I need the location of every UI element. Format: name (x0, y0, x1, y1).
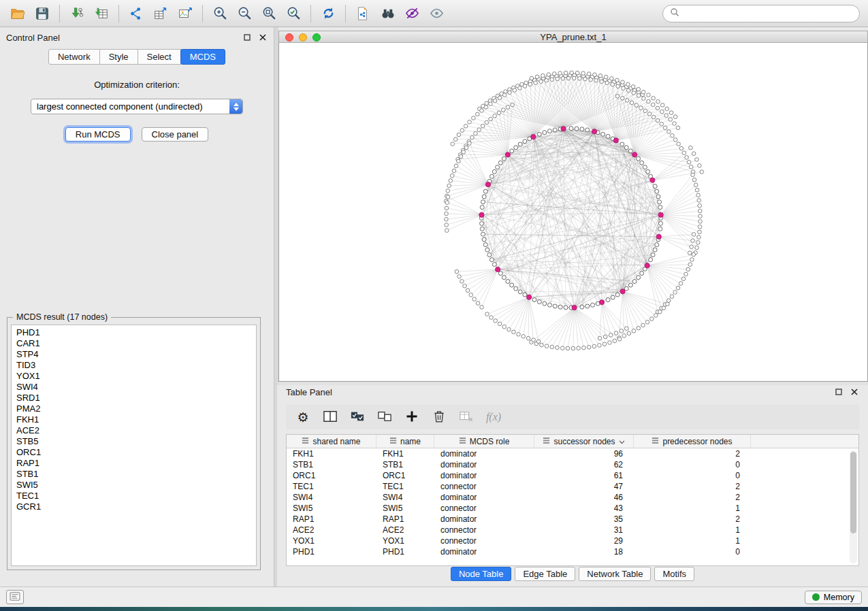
open-file-button[interactable] (5, 2, 30, 25)
tab-node-table[interactable]: Node Table (451, 567, 512, 581)
mcds-result-item[interactable]: YOX1 (16, 371, 251, 382)
cell-predecessor-nodes[interactable]: 1 (634, 503, 751, 514)
cell-mcds-role[interactable]: dominator (434, 459, 534, 470)
cell-name[interactable]: ACE2 (376, 525, 434, 535)
mcds-result-item[interactable]: TID3 (16, 360, 251, 371)
export-table-button[interactable] (148, 2, 173, 25)
table-row[interactable]: TEC1TEC1connector472 (287, 481, 858, 492)
cell-name[interactable]: RAP1 (376, 514, 434, 525)
network-canvas[interactable] (278, 43, 868, 382)
zoom-out-button[interactable] (232, 2, 257, 25)
tab-mcds[interactable]: MCDS (180, 49, 225, 65)
cell-successor-nodes[interactable]: 29 (534, 535, 634, 546)
network-window-titlebar[interactable]: YPA_prune.txt_1 (278, 31, 868, 43)
column-header-predecessor-nodes[interactable]: predecessor nodes (634, 435, 751, 448)
table-row[interactable]: FKH1FKH1dominator962 (287, 448, 858, 459)
window-close-icon[interactable] (285, 33, 293, 42)
create-column-button[interactable] (403, 408, 421, 426)
mcds-result-item[interactable]: FKH1 (16, 414, 251, 425)
close-panel-icon[interactable] (257, 33, 268, 43)
cell-shared-name[interactable]: SWI5 (287, 503, 376, 514)
cell-successor-nodes[interactable]: 31 (534, 525, 634, 535)
float-panel-icon[interactable] (242, 33, 252, 43)
cell-successor-nodes[interactable]: 18 (534, 546, 634, 557)
cell-successor-nodes[interactable]: 96 (534, 448, 634, 459)
cell-shared-name[interactable]: RAP1 (287, 514, 376, 525)
column-header-shared-name[interactable]: shared name (287, 435, 376, 448)
memory-button[interactable]: Memory (805, 591, 862, 604)
cell-mcds-role[interactable]: connector (434, 525, 534, 535)
cell-mcds-role[interactable]: connector (434, 503, 534, 514)
close-panel-button[interactable]: Close panel (142, 127, 209, 142)
mcds-result-item[interactable]: GCR1 (16, 501, 251, 512)
column-header-name[interactable]: name (376, 435, 434, 448)
cell-name[interactable]: ORC1 (376, 470, 434, 481)
window-minimize-icon[interactable] (299, 33, 307, 42)
table-scrollbar[interactable] (850, 450, 857, 563)
cell-predecessor-nodes[interactable]: 1 (634, 535, 751, 546)
cell-mcds-role[interactable]: connector (434, 535, 534, 546)
zoom-in-button[interactable] (208, 2, 232, 25)
table-settings-button[interactable]: ⚙ (294, 408, 312, 426)
cell-shared-name[interactable]: STB1 (287, 459, 376, 470)
window-maximize-icon[interactable] (312, 33, 321, 42)
search-input[interactable] (684, 8, 852, 18)
cell-predecessor-nodes[interactable]: 2 (634, 448, 751, 459)
mcds-result-item[interactable]: CAR1 (16, 338, 251, 349)
toggle-column-view-button[interactable] (321, 408, 339, 426)
cell-mcds-role[interactable]: dominator (434, 514, 534, 525)
mcds-result-item[interactable]: STP4 (16, 349, 251, 360)
export-image-button[interactable] (173, 2, 197, 25)
tab-network[interactable]: Network (48, 49, 100, 65)
cell-shared-name[interactable]: FKH1 (287, 448, 376, 459)
cell-successor-nodes[interactable]: 61 (534, 470, 634, 481)
import-network-button[interactable] (65, 2, 89, 25)
zoom-fit-button[interactable] (257, 2, 281, 25)
cell-name[interactable]: YOX1 (376, 535, 434, 546)
mcds-result-item[interactable]: TEC1 (16, 491, 251, 501)
table-row[interactable]: YOX1YOX1connector291 (287, 535, 858, 546)
cell-mcds-role[interactable]: dominator (434, 448, 534, 459)
search-box[interactable] (662, 5, 860, 22)
criterion-select[interactable]: largest connected component (undirected) (31, 99, 243, 114)
refresh-layout-button[interactable] (316, 2, 340, 25)
mcds-result-item[interactable]: ORC1 (16, 447, 251, 458)
table-scrollbar-thumb[interactable] (850, 452, 856, 533)
cell-successor-nodes[interactable]: 47 (534, 481, 634, 492)
float-table-panel-icon[interactable] (833, 387, 843, 397)
find-button[interactable] (375, 2, 400, 25)
cell-shared-name[interactable]: TEC1 (287, 481, 376, 492)
table-row[interactable]: PHD1PHD1dominator180 (287, 546, 858, 557)
mcds-result-item[interactable]: SRD1 (16, 393, 251, 403)
cell-shared-name[interactable]: YOX1 (287, 535, 376, 546)
mcds-result-item[interactable]: RAP1 (16, 458, 251, 469)
column-header-successor-nodes[interactable]: successor nodes (534, 435, 634, 448)
mcds-result-list[interactable]: PHD1CAR1STP4TID3YOX1SWI4SRD1PMA2FKH1ACE2… (11, 325, 257, 566)
cell-mcds-role[interactable]: dominator (434, 546, 534, 557)
tab-motifs[interactable]: Motifs (654, 567, 694, 581)
cell-shared-name[interactable]: ACE2 (287, 525, 376, 535)
tab-network-table[interactable]: Network Table (579, 567, 651, 581)
table-row[interactable]: ORC1ORC1dominator610 (287, 470, 858, 481)
tab-edge-table[interactable]: Edge Table (515, 567, 575, 581)
share-document-button[interactable] (351, 2, 375, 25)
table-row[interactable]: RAP1RAP1dominator352 (287, 514, 858, 525)
cell-successor-nodes[interactable]: 62 (534, 459, 634, 470)
cell-name[interactable]: SWI5 (376, 503, 434, 514)
mcds-result-item[interactable]: STB5 (16, 436, 251, 447)
cell-predecessor-nodes[interactable]: 0 (634, 470, 751, 481)
column-header-mcds-role[interactable]: MCDS role (434, 435, 534, 448)
mcds-result-item[interactable]: STB1 (16, 469, 251, 480)
cell-name[interactable]: STB1 (376, 459, 434, 470)
cell-predecessor-nodes[interactable]: 0 (634, 546, 751, 557)
mcds-result-item[interactable]: SWI4 (16, 382, 251, 393)
mcds-result-item[interactable]: PHD1 (16, 327, 251, 338)
export-network-button[interactable] (124, 2, 148, 25)
cell-predecessor-nodes[interactable]: 2 (634, 514, 751, 525)
table-row[interactable]: ACE2ACE2connector311 (287, 525, 858, 535)
cell-successor-nodes[interactable]: 46 (534, 492, 634, 503)
tab-style[interactable]: Style (99, 49, 138, 65)
cell-name[interactable]: TEC1 (376, 481, 434, 492)
cell-shared-name[interactable]: ORC1 (287, 470, 376, 481)
cell-name[interactable]: PHD1 (376, 546, 434, 557)
